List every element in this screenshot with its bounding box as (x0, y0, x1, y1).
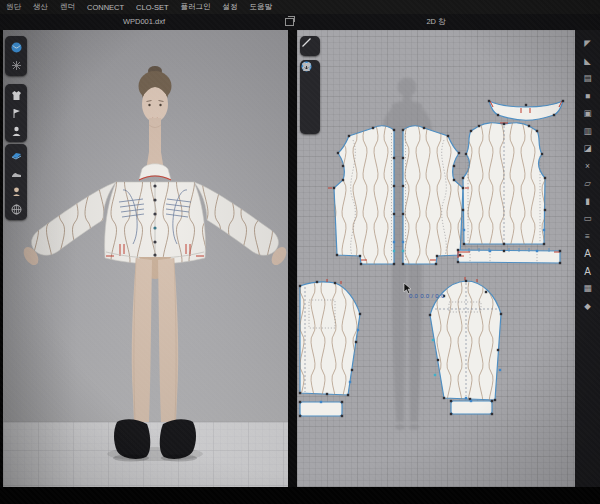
coordinate-readout: 0.0 0.0 / 0.0 (409, 293, 445, 299)
pattern-piece-sleeve-left[interactable] (300, 282, 360, 395)
world-icon[interactable] (9, 202, 24, 216)
pattern-piece-cuff-right[interactable] (451, 401, 492, 414)
shoe-right (160, 419, 196, 459)
pattern-canvas (297, 30, 575, 487)
trace-pattern-tool-icon[interactable]: ▤ (580, 73, 596, 84)
pen-icon[interactable] (303, 39, 318, 53)
tab-3d-window-title[interactable]: WPD001.dxf (0, 17, 288, 26)
grid-tool-icon[interactable]: ▦ (580, 283, 596, 294)
menu-render[interactable]: 렌더 (60, 2, 75, 12)
ruler-tool-icon[interactable]: ≡ (580, 231, 596, 242)
leg-right (158, 258, 178, 422)
clo-application-window: 원단 생산 렌더 CONNECT CLO-SET 플러그인 설정 도움말 WPD… (0, 0, 600, 504)
menu-connect[interactable]: CONNECT (87, 3, 124, 12)
window-tab-bar: WPD001.dxf 2D 창 (0, 14, 600, 30)
avatar-3d[interactable] (21, 66, 288, 462)
pattern-piece-front-left[interactable] (334, 126, 394, 264)
text-tool-icon[interactable]: A (580, 248, 596, 259)
mirror-pattern-tool-icon[interactable]: ▣ (580, 108, 596, 119)
fabric-icon[interactable] (303, 99, 318, 113)
toolbar-3d-group-simulate (5, 36, 27, 76)
menu-fabric[interactable]: 원단 (6, 2, 21, 12)
shoe-left (114, 419, 150, 459)
viewport-2d[interactable]: 0.0 0.0 / 0.0 (297, 30, 575, 487)
fabric-icon[interactable] (9, 148, 24, 162)
steam-tool-icon[interactable]: ◆ (580, 301, 596, 312)
rectangle-tool-icon[interactable]: ■ (580, 91, 596, 102)
toolbar-2d-group-display (300, 60, 320, 134)
menu-production[interactable]: 생산 (33, 2, 48, 12)
float-window-icon[interactable] (285, 18, 294, 26)
annotation-tool-icon[interactable]: A (580, 266, 596, 277)
seam-allowance-tool-icon[interactable]: ◪ (580, 143, 596, 154)
brush-icon[interactable] (9, 58, 24, 72)
info-icon[interactable] (303, 81, 318, 95)
edit-pattern-tool-icon[interactable]: ◣ (580, 56, 596, 67)
left-bezel (0, 30, 3, 487)
jacket-3d[interactable] (32, 164, 279, 264)
scene-3d (3, 30, 288, 487)
viewport-3d[interactable] (3, 30, 288, 487)
transform-pattern-tool-icon[interactable]: ◤ (580, 38, 596, 49)
toolbar-2d-group-draw (300, 36, 320, 56)
menu-plugin[interactable]: 플러그인 (181, 2, 211, 12)
pattern-piece-front-right[interactable] (403, 126, 463, 264)
leg-left (132, 258, 152, 422)
cut-sew-tool-icon[interactable]: × (580, 161, 596, 172)
shoe-icon[interactable] (9, 166, 24, 180)
toolbar-3d-group-garment (5, 84, 27, 142)
copy-pattern-tool-icon[interactable]: ▥ (580, 126, 596, 137)
pattern-piece-cuff-left[interactable] (300, 402, 342, 416)
toolbar-3d-group-display (5, 144, 27, 220)
menu-clo-set[interactable]: CLO-SET (136, 3, 169, 12)
unfold-tool-icon[interactable]: ▱ (580, 178, 596, 189)
head-icon[interactable] (9, 184, 24, 198)
avatar-icon[interactable] (9, 124, 24, 138)
garment-icon[interactable] (9, 88, 24, 102)
viewport-divider[interactable] (288, 30, 297, 487)
menu-bar: 원단 생산 렌더 CONNECT CLO-SET 플러그인 설정 도움말 (0, 0, 600, 14)
pleat-tool-icon[interactable]: ▭ (580, 213, 596, 224)
pattern-tool-strip: ◤ ◣ ▤ ■ ▣ ▥ ◪ × ▱ ▮ ▭ ≡ A A ▦ ◆ (575, 30, 600, 487)
pin-icon[interactable] (9, 106, 24, 120)
menu-settings[interactable]: 설정 (223, 2, 238, 12)
tab-2d-window-title[interactable]: 2D 창 (297, 17, 575, 27)
menu-help[interactable]: 도움말 (250, 2, 273, 12)
bottom-bezel (0, 487, 600, 504)
arrange-icon[interactable] (303, 117, 318, 131)
simulate-icon[interactable] (9, 40, 24, 54)
dart-tool-icon[interactable]: ▮ (580, 196, 596, 207)
